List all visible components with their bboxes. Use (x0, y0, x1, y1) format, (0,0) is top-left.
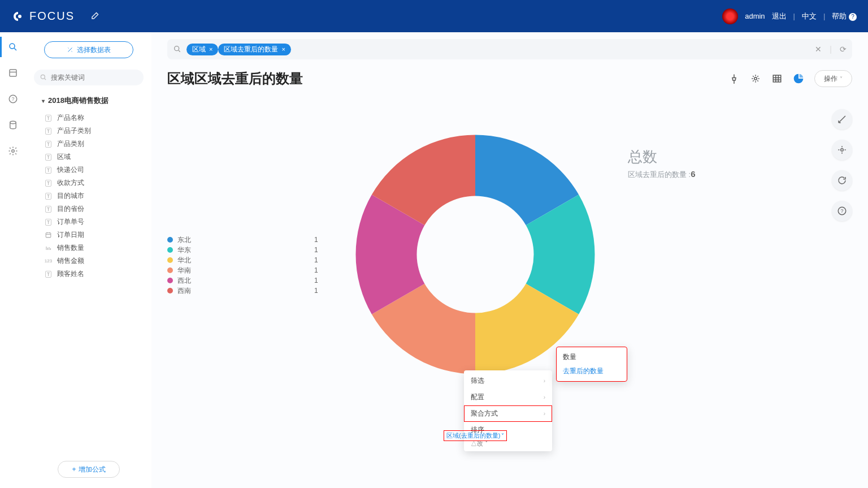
lang-link[interactable]: 中文 (802, 11, 817, 21)
field-tag[interactable]: 区域(去重后的数量)˅ (444, 431, 506, 441)
legend-item[interactable]: 东北1 (167, 235, 318, 245)
svg-point-12 (841, 149, 844, 152)
chart-refresh-icon[interactable] (832, 170, 852, 191)
page-title: 区域区域去重后的数量 (167, 70, 303, 88)
plus-icon: + (72, 465, 76, 473)
sidebar: 选择数据表 ▾ 2018电商销售数据 T产品名称T产品子类别T产品类别T区域T快… (26, 32, 151, 488)
title-row: 区域区域去重后的数量 操作˅ (167, 70, 852, 88)
field-item[interactable]: T目的城市 (34, 189, 144, 202)
divider: | (823, 12, 825, 20)
topbar: FOCUS admin 退出 | 中文 | 帮助 ? (0, 0, 868, 32)
field-type-icon: 123 (44, 257, 53, 265)
edit-chart-icon[interactable] (832, 109, 852, 129)
submenu-item[interactable]: 数量 (556, 350, 627, 364)
field-item[interactable]: T产品子类别 (34, 124, 144, 137)
field-label: 顾客姓名 (57, 269, 84, 279)
settings-nav-icon[interactable] (7, 145, 19, 157)
legend-item[interactable]: 华北1 (167, 255, 318, 265)
legend-value: 1 (314, 256, 318, 264)
legend-value: 1 (314, 236, 318, 244)
field-type-icon: T (44, 166, 53, 174)
field-type-icon: T (44, 153, 53, 161)
field-item[interactable]: T目的省份 (34, 202, 144, 215)
field-label: 产品类别 (57, 139, 84, 149)
pie-icon[interactable] (793, 73, 804, 84)
legend-label: 华东 (177, 245, 191, 255)
context-menu-item[interactable]: 聚合方式› (464, 405, 552, 422)
search-nav-icon[interactable] (7, 41, 19, 53)
chart-area: 东北1华东1华北1华南1西北1西南1 总数 区域去重后的数量 :6 ? 筛选›配… (167, 93, 852, 455)
field-type-icon: T (44, 114, 53, 122)
logout-link[interactable]: 退出 (772, 11, 787, 21)
dataset-name[interactable]: ▾ 2018电商销售数据 (42, 96, 144, 106)
context-menu-item[interactable]: 筛选› (464, 373, 552, 389)
close-icon[interactable]: × (209, 46, 212, 53)
field-type-icon: T (44, 140, 53, 148)
donut-chart[interactable] (348, 127, 602, 383)
chart-help-icon[interactable]: ? (832, 201, 852, 221)
close-icon[interactable]: × (281, 46, 285, 53)
search-box[interactable] (34, 70, 144, 85)
field-item[interactable]: T顾客姓名 (34, 267, 144, 280)
field-label: 收款方式 (57, 178, 84, 188)
title-actions: 操作˅ (728, 70, 852, 87)
field-item[interactable]: T产品名称 (34, 111, 144, 124)
search-input[interactable] (51, 74, 138, 81)
add-formula-button[interactable]: + 增加公式 (58, 461, 120, 478)
field-item[interactable]: 销售数量 (34, 241, 144, 254)
query-chip[interactable]: 区域去重后的数量× (218, 44, 290, 55)
dashboard-nav-icon[interactable] (7, 67, 19, 79)
field-list: T产品名称T产品子类别T产品类别T区域T快递公司T收款方式T目的城市T目的省份T… (34, 111, 144, 280)
field-item[interactable]: T收款方式 (34, 176, 144, 189)
submenu-item[interactable]: 去重后的数量 (556, 364, 627, 378)
brand-text: FOCUS (29, 10, 75, 23)
data-nav-icon[interactable] (7, 119, 19, 131)
total-box: 总数 区域去重后的数量 :6 (628, 147, 696, 180)
table-icon[interactable] (771, 73, 783, 84)
avatar[interactable] (722, 8, 738, 24)
legend-label: 东北 (177, 235, 191, 245)
logo[interactable]: FOCUS (11, 10, 75, 23)
legend-label: 西北 (177, 276, 191, 286)
field-item[interactable]: T订单单号 (34, 215, 144, 228)
field-item[interactable]: 订单日期 (34, 228, 144, 241)
operation-button[interactable]: 操作˅ (814, 70, 852, 87)
chevron-down-icon: ˅ (501, 433, 504, 439)
select-data-button[interactable]: 选择数据表 (44, 41, 133, 58)
legend-dot (167, 288, 173, 293)
gear-icon[interactable] (750, 73, 761, 84)
field-item[interactable]: 123销售金额 (34, 254, 144, 267)
legend-item[interactable]: 西北1 (167, 275, 318, 286)
legend-item[interactable]: 华南1 (167, 265, 318, 275)
clear-icon[interactable]: ✕ (815, 45, 822, 54)
svg-rect-11 (773, 75, 781, 82)
field-type-icon: T (44, 192, 53, 200)
help-nav-icon[interactable]: ? (7, 93, 19, 105)
field-type-icon (44, 231, 53, 239)
field-item[interactable]: T产品类别 (34, 137, 144, 150)
svg-point-10 (754, 77, 757, 80)
refresh-icon[interactable]: ⟳ (840, 45, 847, 54)
query-chip[interactable]: 区域× (186, 44, 218, 55)
op-label: 操作 (824, 74, 837, 84)
search-icon[interactable] (173, 45, 182, 54)
legend-dot (167, 267, 173, 273)
chart-settings-icon[interactable] (832, 140, 852, 160)
logo-icon (11, 10, 25, 23)
legend-item[interactable]: 华东1 (167, 245, 318, 255)
pin-icon[interactable] (728, 73, 740, 84)
search-icon (40, 74, 47, 81)
edit-icon[interactable] (90, 10, 101, 22)
field-item[interactable]: T区域 (34, 150, 144, 163)
chevron-right-icon: › (544, 411, 545, 417)
username[interactable]: admin (745, 12, 765, 20)
context-menu-item[interactable]: 配置› (464, 389, 552, 405)
field-item[interactable]: T快递公司 (34, 163, 144, 176)
help-link[interactable]: 帮助 ? (832, 11, 857, 21)
svg-point-9 (175, 46, 179, 51)
legend-item[interactable]: 西南1 (167, 286, 318, 296)
legend-dot (167, 247, 173, 253)
topbar-left: FOCUS (11, 10, 101, 23)
aggregate-submenu: 数量去重后的数量 (556, 347, 627, 382)
field-type-icon: T (44, 270, 53, 278)
